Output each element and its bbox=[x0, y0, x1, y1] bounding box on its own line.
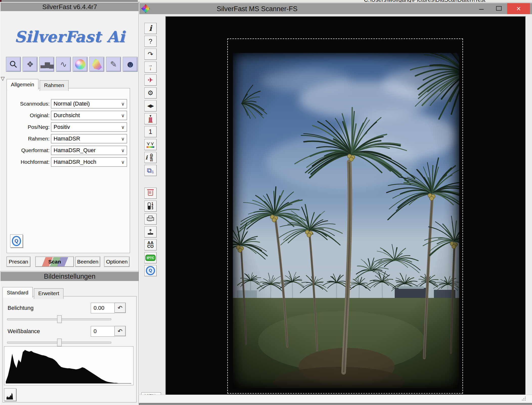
settings-window-titlebar[interactable]: Bildeinstellungen bbox=[1, 272, 139, 281]
dropdown-posneg[interactable]: Positiv∨ bbox=[51, 123, 127, 132]
mini-histogram-button[interactable] bbox=[4, 388, 16, 401]
histogram-tool-icon[interactable]: ▃▆▄ bbox=[39, 57, 54, 72]
main-window-title: SilverFast v6.4.4r7 bbox=[42, 3, 97, 11]
main-toolbar: ⚲❖▃▆▄∿✎☻ bbox=[6, 57, 138, 72]
densitometer-icon[interactable]: ▼Ⅲ bbox=[144, 113, 157, 124]
silverfast-logo: SilverFast Ai bbox=[1, 28, 139, 46]
settings-window-title: Bildeinstellungen bbox=[44, 273, 95, 280]
rotate-icon[interactable]: ↷ bbox=[144, 49, 157, 60]
quicktime-icon: Q bbox=[12, 236, 21, 246]
tab-standard[interactable]: Standard bbox=[3, 287, 33, 298]
reset-arrow-icon: ↶ bbox=[118, 328, 122, 334]
quit-button[interactable]: Beenden bbox=[75, 257, 100, 267]
status-strip bbox=[139, 395, 532, 402]
chevron-down-icon: ∨ bbox=[119, 136, 127, 142]
isrd-icon[interactable]: iSRD bbox=[144, 152, 157, 163]
bildeinstellungen-window: Bildeinstellungen Standard Erweitert Bel… bbox=[0, 271, 139, 405]
exposure-reset-button[interactable]: ↶ bbox=[115, 303, 126, 313]
form-row: Scanmodus:Normal (Datei)∨ bbox=[7, 99, 138, 108]
field-label: Hochformat: bbox=[7, 159, 50, 165]
silverfast-app-icon bbox=[141, 4, 150, 13]
form-row: Pos/Neg:Positiv∨ bbox=[7, 123, 138, 132]
chevron-down-icon: ∨ bbox=[119, 101, 127, 107]
scanner-window-title: SilverFast MS Scanner-FS bbox=[217, 5, 298, 13]
gradation-curve-tool-icon[interactable]: ∿ bbox=[56, 57, 71, 72]
dropdown-original[interactable]: Durchsicht∨ bbox=[51, 111, 127, 120]
chevron-down-icon: ∨ bbox=[119, 113, 127, 118]
form-row: Hochformat:HamaDSR_Hoch∨ bbox=[7, 157, 138, 167]
scan-button[interactable]: Scan bbox=[35, 257, 74, 267]
zoom-tool-icon[interactable]: ⚲ bbox=[6, 57, 21, 72]
airplane-icon[interactable]: ✈ bbox=[144, 74, 157, 86]
stamp-icon[interactable] bbox=[144, 226, 157, 237]
dropdown-querformat[interactable]: HamaDSR_Quer∨ bbox=[51, 146, 127, 155]
exposure-slider[interactable] bbox=[7, 315, 111, 322]
whitebalance-label: Weißbalance bbox=[8, 328, 40, 335]
expert-mode-tool-icon[interactable]: ☻ bbox=[123, 57, 138, 72]
multi-frame-icon[interactable]: ⧉₁ bbox=[144, 165, 157, 176]
selection-marquee[interactable] bbox=[227, 38, 463, 394]
form-row: Rahmen:HamaDSR∨ bbox=[7, 134, 138, 143]
field-label: Rahmen: bbox=[7, 136, 50, 142]
resize-grip[interactable] bbox=[522, 396, 526, 400]
main-window-titlebar[interactable]: SilverFast v6.4.4r7 bbox=[1, 3, 139, 11]
whitebalance-slider[interactable] bbox=[7, 339, 111, 346]
collapse-triangle-icon[interactable]: ▽ bbox=[1, 75, 5, 82]
tab-allgemein[interactable]: Allgemein bbox=[7, 79, 38, 90]
exposure-slider-thumb[interactable] bbox=[57, 315, 62, 323]
frame-number-button[interactable]: 1 bbox=[144, 126, 157, 137]
scan-direction-icon[interactable]: →↓ bbox=[144, 62, 157, 73]
screen-corner-artifact bbox=[0, 0, 2, 2]
color-gears-icon[interactable]: ⚙ bbox=[144, 87, 157, 98]
help-icon[interactable]: ? bbox=[144, 36, 157, 47]
chevron-down-icon: ∨ bbox=[119, 148, 127, 153]
dropdown-scanmodus[interactable]: Normal (Datei)∨ bbox=[51, 99, 127, 108]
histogram-display bbox=[4, 346, 134, 385]
chevron-down-icon: ∨ bbox=[119, 124, 127, 130]
quicktime-icon[interactable]: Q bbox=[144, 265, 157, 276]
scanner-toolbar: i?↷→↓✈⚙◀▶▼Ⅲ1⋎⋎iSRD⧉₁123AACOIPTCQ bbox=[141, 23, 164, 278]
prescan-button[interactable]: Prescan bbox=[7, 257, 30, 267]
field-label: Original: bbox=[7, 112, 50, 118]
quicktime-button[interactable]: Q bbox=[10, 234, 23, 248]
aperture-frame-tool-icon[interactable]: ❖ bbox=[23, 57, 37, 72]
field-label: Pos/Neg: bbox=[7, 124, 50, 130]
frame-numbering-icon[interactable]: 123 bbox=[144, 200, 157, 212]
minimize-button[interactable]: – bbox=[476, 3, 487, 14]
exposure-value-field[interactable]: 0.00 bbox=[91, 303, 115, 313]
pipette-tool-icon[interactable]: ✎ bbox=[106, 57, 121, 72]
form-row: Original:Durchsicht∨ bbox=[7, 111, 138, 120]
main-tabs: Allgemein Rahmen bbox=[7, 79, 70, 90]
screen: *C:\Users\wolfgang\Pictures\DiaScanDaten… bbox=[0, 0, 532, 405]
tab-rahmen[interactable]: Rahmen bbox=[40, 80, 68, 91]
preview-area[interactable] bbox=[165, 16, 526, 395]
print-icon[interactable] bbox=[144, 213, 157, 225]
scanner-window-titlebar[interactable]: SilverFast MS Scanner-FS – × bbox=[139, 3, 532, 14]
iptc-icon[interactable]: IPTC bbox=[144, 252, 157, 263]
close-button[interactable]: × bbox=[507, 3, 530, 14]
settings-tabs: Standard Erweitert bbox=[3, 287, 65, 298]
mirror-icon[interactable]: ◀▶ bbox=[144, 100, 157, 111]
exposure-label: Belichtung bbox=[8, 305, 34, 311]
tab-erweitert[interactable]: Erweitert bbox=[34, 288, 63, 299]
dropdown-rahmen[interactable]: HamaDSR∨ bbox=[51, 134, 127, 143]
field-label: Scanmodus: bbox=[7, 101, 50, 107]
options-button[interactable]: Optionen bbox=[104, 257, 129, 267]
whitebalance-reset-button[interactable]: ↶ bbox=[115, 326, 126, 336]
form-row: Querformat:HamaDSR_Quer∨ bbox=[7, 146, 138, 155]
global-color-tool-icon[interactable] bbox=[73, 57, 87, 72]
selective-color-tool-icon[interactable] bbox=[90, 57, 104, 72]
dropdown-hochformat[interactable]: HamaDSR_Hoch∨ bbox=[51, 157, 127, 167]
mini-histogram-icon bbox=[6, 391, 14, 400]
midpip-icon[interactable]: ⋎⋎ bbox=[144, 139, 157, 150]
info-icon[interactable]: i bbox=[144, 23, 157, 34]
delete-frame-icon[interactable] bbox=[144, 188, 157, 199]
whitebalance-value-field[interactable]: 0 bbox=[91, 326, 115, 337]
scanner-preview-window: SilverFast MS Scanner-FS – × i?↷→↓✈⚙◀▶▼Ⅲ… bbox=[139, 3, 532, 403]
aaco-icon[interactable]: AACO bbox=[144, 239, 157, 250]
whitebalance-slider-thumb[interactable] bbox=[57, 339, 62, 346]
silverfast-main-window: SilverFast v6.4.4r7 SilverFast Ai ⚲❖▃▆▄∿… bbox=[0, 2, 139, 272]
field-label: Querformat: bbox=[7, 147, 50, 153]
maximize-button[interactable] bbox=[496, 6, 502, 11]
reset-arrow-icon: ↶ bbox=[118, 305, 122, 311]
